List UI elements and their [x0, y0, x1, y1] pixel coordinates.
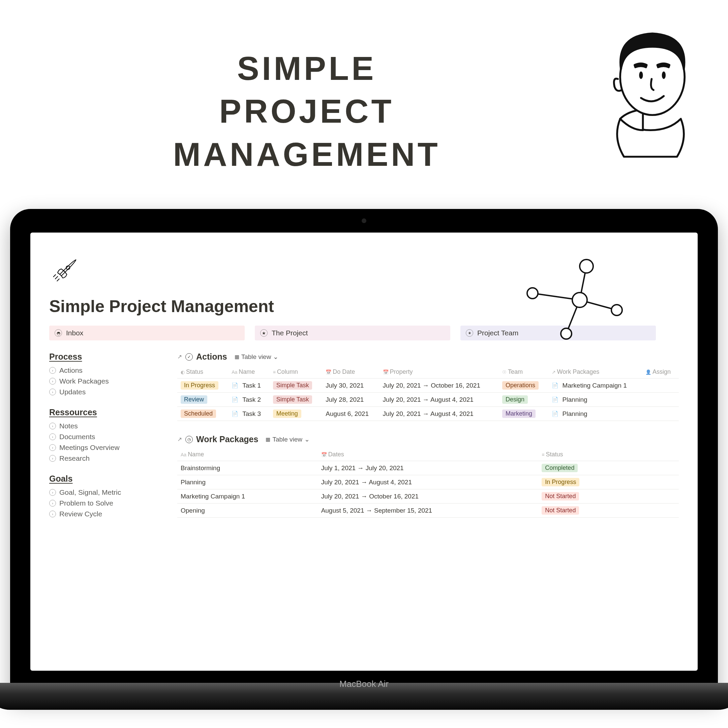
page-icon: 📄: [231, 382, 238, 388]
table-row[interactable]: Scheduled📄Task 3MeetingAugust 6, 2021Jul…: [177, 407, 679, 421]
status-tag: Not Started: [541, 506, 579, 515]
team-tag: Marketing: [502, 410, 535, 418]
column-header[interactable]: ↗Work Packages: [548, 366, 642, 378]
sidebar-item[interactable]: ›Notes: [49, 421, 167, 431]
sidebar-item[interactable]: ›Work Packages: [49, 376, 167, 387]
assign-cell: [642, 378, 679, 393]
page-icon: 📄: [552, 410, 558, 417]
sidebar-process-heading: Process: [49, 352, 167, 362]
page-icon: 📄: [231, 410, 238, 417]
row-name: Planning: [177, 475, 318, 489]
wp-link: Marketing Campaign 1: [563, 382, 627, 389]
actions-view-switcher[interactable]: ▦ Table view ⌄: [235, 353, 279, 361]
wp-db-title: Work Packages: [196, 434, 258, 444]
page-icon: ›: [49, 500, 56, 506]
column-header[interactable]: ≡Column: [270, 366, 323, 378]
sidebar-item[interactable]: ›Updates: [49, 387, 167, 398]
page-icon: ›: [49, 489, 56, 496]
sidebar-item-label: Documents: [59, 433, 95, 441]
sidebar: Process ›Actions›Work Packages›Updates R…: [49, 352, 167, 531]
svg-point-9: [612, 305, 622, 315]
table-row[interactable]: OpeningAugust 5, 2021 → September 15, 20…: [177, 503, 679, 518]
wp-db-icon: ◷: [185, 436, 193, 443]
actions-db-icon: ✓: [185, 353, 193, 361]
row-name: Brainstorming: [177, 461, 318, 475]
property-date: July 20, 2021 → October 16, 2021: [379, 378, 499, 393]
page-icon: ›: [49, 511, 56, 517]
svg-point-2: [662, 72, 666, 79]
banner-project[interactable]: ★ The Project: [255, 326, 450, 340]
svg-line-15: [54, 275, 56, 277]
sidebar-item[interactable]: ›Problem to Solve: [49, 498, 167, 509]
row-name: Opening: [177, 503, 318, 518]
svg-point-7: [580, 260, 593, 273]
actions-database: ↗ ✓ Actions ▦ Table view ⌄ ◐StatusAaName…: [177, 352, 679, 421]
table-row[interactable]: In Progress📄Task 1Simple TaskJuly 30, 20…: [177, 378, 679, 393]
table-row[interactable]: Marketing Campaign 1July 20, 2021 → Octo…: [177, 489, 679, 503]
sidebar-item[interactable]: ›Documents: [49, 431, 167, 442]
svg-point-10: [561, 328, 572, 339]
sidebar-item-label: Research: [59, 454, 90, 462]
column-tag: Simple Task: [273, 395, 312, 404]
dates: July 20, 2021 → October 16, 2021: [318, 489, 538, 503]
assign-cell: [642, 393, 679, 407]
banner-inbox[interactable]: ◓ Inbox: [49, 326, 245, 340]
screen: Simple Project Management ◓ Inbox ★ The …: [30, 232, 698, 671]
column-header[interactable]: 📅Do Date: [322, 366, 379, 378]
sidebar-goals-heading: Goals: [49, 474, 167, 484]
wp-view-switcher[interactable]: ▦ Table view ⌄: [266, 436, 310, 443]
table-icon: ▦: [266, 436, 270, 442]
page-icon: ›: [49, 455, 56, 462]
network-graph-icon: [526, 256, 627, 344]
status-tag: Not Started: [541, 492, 579, 500]
open-link-icon[interactable]: ↗: [177, 436, 182, 443]
do-date: August 6, 2021: [322, 407, 379, 421]
do-date: July 30, 2021: [322, 378, 379, 393]
table-row[interactable]: PlanningJuly 20, 2021 → August 4, 2021In…: [177, 475, 679, 489]
sidebar-item[interactable]: ›Actions: [49, 365, 167, 376]
team-tag: Operations: [502, 381, 538, 390]
page-icon: 📄: [552, 396, 558, 403]
column-header[interactable]: ≡Status: [538, 448, 679, 461]
page-icon: 📄: [552, 382, 558, 388]
sidebar-ressources: Ressources ›Notes›Documents›Meetings Ove…: [49, 407, 167, 464]
status-tag: Scheduled: [180, 410, 216, 418]
banner-project-label: The Project: [272, 329, 308, 337]
wp-link: Planning: [563, 396, 587, 404]
table-icon: ▦: [235, 354, 239, 360]
column-header[interactable]: 📅Property: [379, 366, 499, 378]
column-header[interactable]: ☉Team: [499, 366, 548, 378]
sidebar-item-label: Problem to Solve: [59, 499, 113, 507]
actions-db-title: Actions: [196, 352, 227, 362]
svg-line-14: [57, 279, 59, 281]
sidebar-process: Process ›Actions›Work Packages›Updates: [49, 352, 167, 398]
sidebar-item[interactable]: ›Goal, Signal, Metric: [49, 487, 167, 498]
column-header[interactable]: ◐Status: [177, 366, 228, 378]
hero-title: SIMPLE PROJECT MANAGEMENT: [148, 47, 465, 176]
svg-point-8: [527, 288, 538, 298]
avatar-illustration: [593, 20, 708, 172]
do-date: July 28, 2021: [322, 393, 379, 407]
laptop-frame: Simple Project Management ◓ Inbox ★ The …: [10, 209, 718, 698]
team-icon: ✶: [466, 329, 473, 337]
inbox-icon: ◓: [55, 329, 62, 337]
page-icon: ›: [49, 423, 56, 430]
sidebar-item[interactable]: ›Review Cycle: [49, 509, 167, 519]
svg-line-13: [55, 276, 58, 279]
column-header[interactable]: 👤Assign: [642, 366, 679, 378]
chevron-down-icon: ⌄: [304, 436, 310, 443]
table-row[interactable]: BrainstormingJuly 1, 2021 → July 20, 202…: [177, 461, 679, 475]
column-header[interactable]: 📅Dates: [318, 448, 538, 461]
column-tag: Meeting: [273, 410, 301, 418]
sidebar-item[interactable]: ›Research: [49, 453, 167, 464]
status-tag: Completed: [541, 464, 578, 472]
page-icon: ›: [49, 433, 56, 440]
table-row[interactable]: Review📄Task 2Simple TaskJuly 28, 2021Jul…: [177, 393, 679, 407]
open-link-icon[interactable]: ↗: [177, 353, 182, 360]
sidebar-item-label: Goal, Signal, Metric: [59, 488, 121, 497]
page-icon: ›: [49, 367, 56, 374]
dates: July 20, 2021 → August 4, 2021: [318, 475, 538, 489]
column-header[interactable]: AaName: [177, 448, 318, 461]
sidebar-item[interactable]: ›Meetings Overview: [49, 442, 167, 453]
column-header[interactable]: AaName: [228, 366, 269, 378]
